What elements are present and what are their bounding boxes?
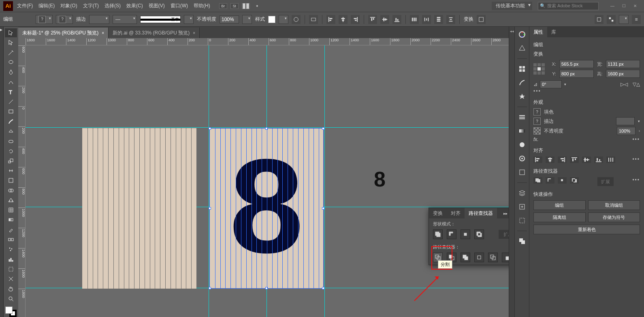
bridge-icon[interactable]: Br	[219, 3, 227, 9]
p-align-right[interactable]	[558, 156, 567, 163]
menu-object[interactable]: 对象(O)	[60, 2, 77, 9]
swatches-panel-icon[interactable]	[518, 64, 527, 73]
color-guide-icon[interactable]	[518, 44, 527, 53]
fill-swatch[interactable]	[5, 306, 13, 314]
gradient-panel-icon[interactable]	[518, 126, 527, 135]
asset-export-panel-icon[interactable]	[518, 202, 527, 211]
tab-1-close[interactable]: ×	[102, 31, 104, 35]
stroke-swatch-prop[interactable]: ?	[533, 118, 541, 125]
shape-expand-button[interactable]: 扩展	[499, 230, 509, 239]
opacity-dd[interactable]	[242, 15, 252, 24]
distribute-hspacing-icon[interactable]	[422, 15, 431, 24]
graphic-style-swatch[interactable]	[268, 16, 275, 23]
left-dock-expand[interactable]: ▸	[0, 27, 4, 317]
menu-help[interactable]: 帮助(H)	[194, 2, 210, 9]
width-tool[interactable]	[5, 166, 17, 175]
selection-tool[interactable]	[5, 28, 17, 37]
artboards-panel-icon[interactable]	[518, 216, 527, 225]
p-pf-exclude[interactable]	[570, 177, 579, 184]
transform-angle[interactable]: 0°	[540, 80, 562, 88]
transform-more[interactable]: •••	[533, 88, 640, 94]
symbols-panel-icon[interactable]	[518, 92, 527, 101]
pf-merge[interactable]	[461, 253, 470, 262]
stock-icon[interactable]: St	[230, 3, 239, 9]
blend-tool[interactable]	[5, 235, 17, 244]
tab-2-close[interactable]: ×	[193, 31, 195, 35]
recolor-artwork-icon[interactable]	[292, 15, 301, 24]
graphic-styles-panel-icon[interactable]	[518, 168, 527, 177]
direct-selection-tool[interactable]	[5, 38, 17, 47]
pf-tab-transform[interactable]: 变换	[429, 208, 447, 218]
transform-x[interactable]: 565.5 px	[559, 60, 594, 68]
stroke-weight-prop[interactable]	[616, 117, 635, 125]
appearance-panel-icon[interactable]	[518, 154, 527, 163]
p-align-bottom[interactable]	[594, 156, 603, 163]
transform-panel-icon[interactable]	[477, 15, 486, 24]
p-pf-intersect[interactable]	[558, 177, 567, 184]
pf-outline[interactable]	[488, 253, 498, 262]
color-panel-icon[interactable]	[518, 30, 527, 39]
workspace-switcher[interactable]: 传统基本功能	[492, 2, 532, 10]
fill-stroke-swatch[interactable]	[5, 306, 17, 317]
pathfinder-panel[interactable]: 变换 对齐 路径查找器 ▸▸ ≡ 形状模式： 扩展	[429, 208, 509, 265]
shaper-tool[interactable]	[5, 127, 17, 136]
p-align-vcenter[interactable]	[582, 156, 591, 163]
menu-type[interactable]: 文字(T)	[83, 2, 99, 9]
right-dock-collapse[interactable]: ◂◂	[509, 27, 514, 317]
reference-point-widget[interactable]	[533, 63, 545, 75]
align-bottom-icon[interactable]	[392, 15, 401, 24]
align-more[interactable]: •••	[632, 156, 640, 163]
qa-save-symbol[interactable]: 存储为符号	[588, 212, 640, 222]
guide-v-3[interactable]	[324, 45, 325, 317]
window-close[interactable]: ✕	[629, 3, 641, 9]
menu-edit[interactable]: 编辑(E)	[38, 2, 55, 9]
menu-select[interactable]: 选择(S)	[104, 2, 121, 9]
qa-isolate[interactable]: 隔离组	[533, 212, 586, 222]
guide-v-1[interactable]	[209, 45, 209, 317]
canvas-stage[interactable]: 8 8 变换 对齐 路径查找器 ▸▸ ≡	[26, 45, 509, 317]
fill-swatch-prop[interactable]: ?	[533, 108, 541, 116]
pathfinder-panel-icon[interactable]	[518, 237, 527, 246]
horizontal-ruler[interactable]: 1800160014001200100080060040020002004006…	[26, 38, 509, 45]
menu-window[interactable]: 窗口(W)	[171, 2, 188, 9]
props-tab-properties[interactable]: 属性	[529, 27, 547, 37]
optbar-more[interactable]	[619, 15, 629, 24]
pf-tab-align[interactable]: 对齐	[447, 208, 465, 218]
document-tab-2[interactable]: 新的.ai @ 33.33% (RGB/GPU 预览)×	[109, 28, 200, 38]
stroke-dropdown[interactable]: ?	[56, 15, 73, 24]
eraser-tool[interactable]	[5, 137, 17, 146]
distribute-h-icon[interactable]	[410, 15, 419, 24]
menu-view[interactable]: 视图(V)	[149, 2, 165, 9]
gradient-tool[interactable]	[5, 215, 17, 224]
stripe-block-left[interactable]	[82, 128, 196, 289]
transform-h[interactable]: 1600 px	[606, 70, 640, 78]
rectangle-tool[interactable]	[5, 107, 17, 116]
scale-tool[interactable]	[5, 156, 17, 165]
flip-h-icon[interactable]: ▷◁	[621, 81, 628, 87]
shape-minus-front[interactable]	[447, 229, 456, 239]
menu-file[interactable]: 文件(F)	[17, 2, 33, 9]
line-tool[interactable]	[5, 97, 17, 106]
column-graph-tool[interactable]	[5, 255, 17, 263]
magic-wand-tool[interactable]	[5, 48, 17, 57]
pf-more[interactable]: •••	[632, 177, 640, 186]
align-hcenter-icon[interactable]	[339, 15, 348, 24]
distribute-vspacing-icon[interactable]	[446, 15, 455, 24]
transform-y[interactable]: 800 px	[559, 70, 594, 78]
qa-recolor[interactable]: 重新着色	[533, 225, 640, 234]
p-align-left[interactable]	[533, 156, 542, 163]
opacity-input[interactable]: 100%	[220, 15, 239, 24]
brush-dd-toggle[interactable]	[184, 15, 194, 24]
curvature-tool[interactable]	[5, 77, 17, 86]
vertical-ruler[interactable]: 6004002000200400600800100012001400160018…	[18, 45, 26, 317]
layers-panel-icon[interactable]	[518, 188, 527, 197]
shape-unite[interactable]	[433, 229, 443, 239]
transparency-panel-icon[interactable]	[518, 140, 527, 149]
pf-minus-back[interactable]	[502, 253, 509, 262]
shape-builder-tool[interactable]	[5, 186, 17, 195]
transform-w[interactable]: 1131 px	[606, 60, 640, 68]
free-transform-tool[interactable]	[5, 176, 17, 185]
align-to-selection-icon[interactable]	[309, 15, 318, 24]
opacity-swatch[interactable]	[533, 127, 541, 135]
fill-dropdown[interactable]: ?	[36, 15, 53, 24]
